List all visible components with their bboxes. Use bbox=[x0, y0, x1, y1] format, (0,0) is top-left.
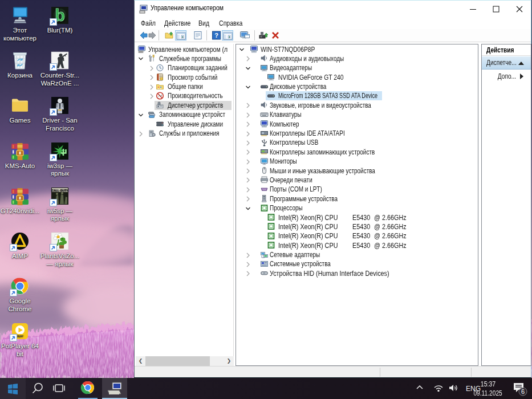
svg-text:6: 6 bbox=[521, 388, 525, 395]
svg-text:layer: layer bbox=[17, 334, 23, 337]
svg-text:CALL·DUTY: CALL·DUTY bbox=[51, 188, 68, 192]
svg-text:?: ? bbox=[214, 32, 218, 39]
